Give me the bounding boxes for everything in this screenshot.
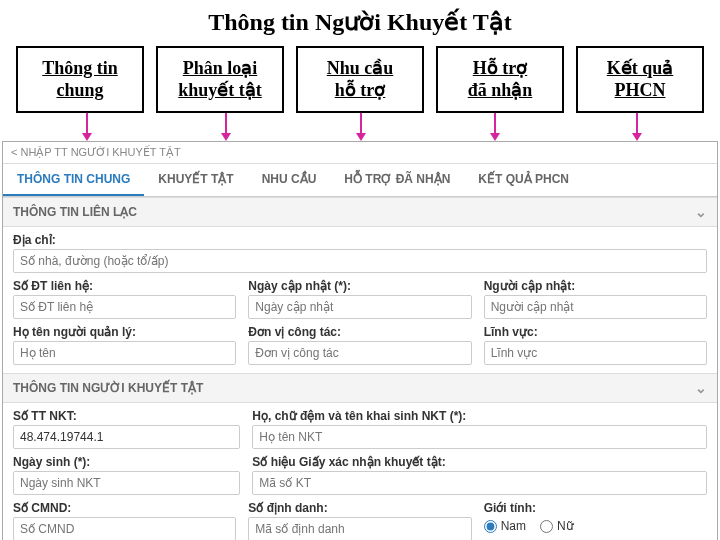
- label-ho-ten-ql: Họ tên người quản lý:: [13, 325, 236, 339]
- input-don-vi[interactable]: [248, 341, 471, 365]
- input-linh-vuc[interactable]: [484, 341, 707, 365]
- input-cmnd[interactable]: [13, 517, 236, 540]
- radio-nam[interactable]: [484, 520, 497, 533]
- breadcrumb[interactable]: < NHẬP TT NGƯỜI KHUYẾT TẬT: [3, 142, 717, 164]
- tab-thong-tin-chung[interactable]: THÔNG TIN CHUNG: [3, 164, 144, 196]
- tab-nhu-cau[interactable]: NHU CẦU: [248, 164, 331, 196]
- tab-khuyet-tat[interactable]: KHUYẾT TẬT: [144, 164, 247, 196]
- label-so-dinh-danh: Số định danh:: [248, 501, 471, 515]
- input-ngay-sinh[interactable]: [13, 471, 240, 495]
- label-ngay-sinh: Ngày sinh (*):: [13, 455, 240, 469]
- input-nguoi-cap[interactable]: [484, 295, 707, 319]
- label-ho-ten-nkt: Họ, chữ đệm và tên khai sinh NKT (*):: [252, 409, 707, 423]
- label-linh-vuc: Lĩnh vực:: [484, 325, 707, 339]
- input-dia-chi[interactable]: [13, 249, 707, 273]
- radio-nam-label[interactable]: Nam: [484, 519, 526, 533]
- label-don-vi: Đơn vị công tác:: [248, 325, 471, 339]
- tab-ket-qua-phcn[interactable]: KẾT QUẢ PHCN: [464, 164, 583, 196]
- arrows: [0, 113, 720, 141]
- input-so-hieu[interactable]: [252, 471, 707, 495]
- radio-nu[interactable]: [540, 520, 553, 533]
- radio-nu-label[interactable]: Nữ: [540, 519, 574, 533]
- chevron-down-icon: ⌄: [695, 204, 707, 220]
- label-ngay-cap: Ngày cập nhật (*):: [248, 279, 471, 293]
- form-panel: < NHẬP TT NGƯỜI KHUYẾT TẬT THÔNG TIN CHU…: [2, 141, 718, 540]
- input-ho-ten-nkt[interactable]: [252, 425, 707, 449]
- label-cmnd: Số CMND:: [13, 501, 236, 515]
- arrow-icon: [494, 113, 496, 139]
- label-nguoi-cap: Người cập nhật:: [484, 279, 707, 293]
- input-sdt[interactable]: [13, 295, 236, 319]
- input-stt[interactable]: [13, 425, 240, 449]
- arrow-icon: [360, 113, 362, 139]
- label-sdt: Số ĐT liên hệ:: [13, 279, 236, 293]
- arrow-icon: [225, 113, 227, 139]
- box-phan-loai: Phân loạikhuyết tật: [156, 46, 284, 113]
- section-header-lien-lac[interactable]: THÔNG TIN LIÊN LẠC ⌄: [3, 197, 717, 227]
- page-title: Thông tin Người Khuyết Tật: [0, 0, 720, 42]
- arrow-icon: [86, 113, 88, 139]
- input-ngay-cap[interactable]: [248, 295, 471, 319]
- input-so-dinh-danh[interactable]: [248, 517, 471, 540]
- tabs: THÔNG TIN CHUNG KHUYẾT TẬT NHU CẦU HỖ TR…: [3, 164, 717, 197]
- label-so-hieu: Số hiệu Giấy xác nhận khuyết tật:: [252, 455, 707, 469]
- label-gioi-tinh: Giới tính:: [484, 501, 707, 515]
- concept-boxes: Thông tinchung Phân loạikhuyết tật Nhu c…: [0, 42, 720, 113]
- box-nhu-cau: Nhu cầuhỗ trợ: [296, 46, 424, 113]
- section-title: THÔNG TIN LIÊN LẠC: [13, 205, 137, 219]
- label-stt: Số TT NKT:: [13, 409, 240, 423]
- chevron-down-icon: ⌄: [695, 380, 707, 396]
- box-ho-tro: Hỗ trợđã nhận: [436, 46, 564, 113]
- box-ket-qua: Kết quảPHCN: [576, 46, 704, 113]
- input-ho-ten-ql[interactable]: [13, 341, 236, 365]
- section-title: THÔNG TIN NGƯỜI KHUYẾT TẬT: [13, 381, 203, 395]
- tab-ho-tro-da-nhan[interactable]: HỖ TRỢ ĐÃ NHẬN: [330, 164, 464, 196]
- section-header-nkt[interactable]: THÔNG TIN NGƯỜI KHUYẾT TẬT ⌄: [3, 373, 717, 403]
- label-dia-chi: Địa chỉ:: [13, 233, 707, 247]
- arrow-icon: [636, 113, 638, 139]
- box-thong-tin-chung: Thông tinchung: [16, 46, 144, 113]
